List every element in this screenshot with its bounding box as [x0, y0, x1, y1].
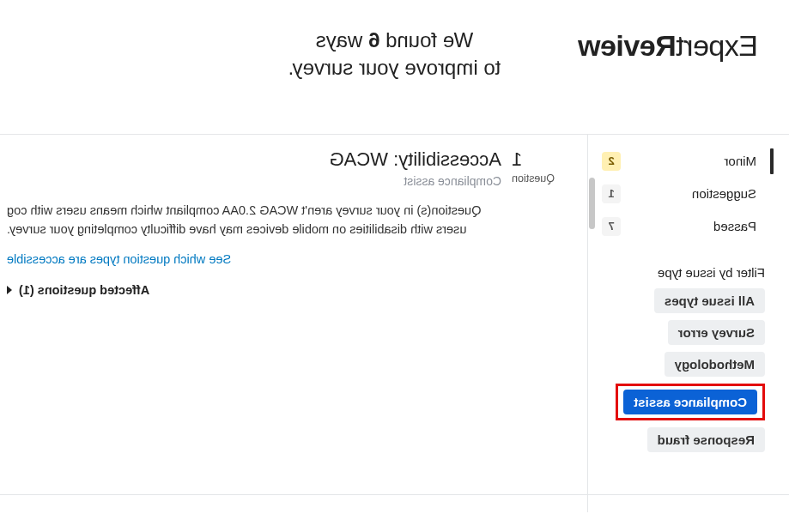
question-word: Question [512, 172, 567, 184]
tagline-count: 6 [368, 28, 379, 51]
issue-type-response-fraud[interactable]: Response fraud [647, 427, 765, 452]
severity-count-badge: 2 [602, 152, 621, 171]
affected-label: Affected questions (1) [19, 283, 149, 297]
severity-label: Suggestion [692, 186, 756, 201]
severity-label: Passed [713, 219, 756, 233]
sidebar: Minor 2 Suggestion 1 Passed 7 Filter by … [588, 135, 789, 512]
body: Minor 2 Suggestion 1 Passed 7 Filter by … [0, 135, 789, 512]
severity-count-badge: 7 [602, 217, 621, 236]
issue-type-survey-error[interactable]: Survey error [668, 320, 765, 345]
bottom-divider [0, 494, 789, 495]
brand-bold: Review [579, 29, 677, 62]
severity-suggestion[interactable]: Suggestion 1 [602, 178, 765, 210]
highlight-box: Compliance assist [616, 384, 765, 420]
tagline-line2: to improve your survey. [288, 56, 501, 79]
tagline-suffix: ways [316, 28, 368, 51]
severity-passed[interactable]: Passed 7 [602, 210, 765, 243]
filter-heading: Filter by issue type [602, 265, 765, 280]
question-count-column: 1 Question [501, 148, 567, 499]
accessible-types-link[interactable]: See which question types are accessible [7, 252, 501, 266]
tagline-prefix: We found [379, 28, 473, 51]
issue-title: Accessibility: WCAG [7, 148, 501, 171]
content-panel: 1 Question Accessibility: WCAG Complianc… [0, 135, 587, 512]
severity-list: Minor 2 Suggestion 1 Passed 7 [602, 145, 765, 243]
issue-type-methodology[interactable]: Methodology [665, 352, 765, 377]
affected-questions-toggle[interactable]: Affected questions (1) [7, 283, 501, 297]
question-number: 1 [512, 150, 567, 169]
severity-minor[interactable]: Minor 2 [602, 145, 765, 178]
severity-count-badge: 1 [602, 184, 621, 203]
issue-type-compliance-assist[interactable]: Compliance assist [623, 390, 757, 414]
severity-label: Minor [724, 154, 756, 168]
issue-subtitle: Compliance assist [7, 174, 501, 188]
issue-type-all[interactable]: All issue types [654, 288, 765, 313]
issue-body: Question(s) in your survey aren't WCAG 2… [7, 202, 501, 239]
header: ExpertReview We found 6 ways to improve … [0, 0, 789, 103]
chevron-left-icon [7, 286, 12, 294]
scrollbar-thumb[interactable] [589, 178, 595, 229]
vertical-divider [587, 135, 588, 512]
detail-column: Accessibility: WCAG Compliance assist Qu… [0, 148, 501, 499]
issue-type-list: All issue types Survey error Methodology… [602, 288, 765, 452]
brand-light: Expert [677, 29, 758, 62]
